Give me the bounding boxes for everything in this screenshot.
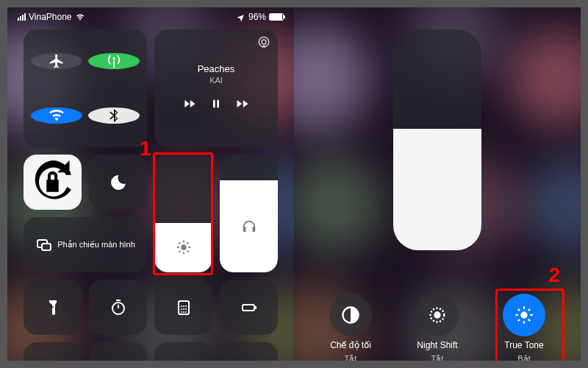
qr-scanner-button[interactable] — [154, 342, 212, 361]
sun-icon — [176, 239, 192, 255]
brightness-slider[interactable] — [154, 155, 212, 272]
now-playing-module[interactable]: Peaches KAI — [154, 29, 278, 147]
svg-point-18 — [183, 305, 184, 307]
callout-number-2: 2 — [548, 263, 560, 287]
svg-point-24 — [183, 311, 184, 313]
screen-record-button[interactable] — [89, 342, 147, 361]
calculator-button[interactable] — [154, 280, 212, 335]
svg-line-49 — [528, 309, 530, 311]
airplane-mode-toggle[interactable] — [31, 53, 82, 69]
svg-point-21 — [183, 308, 184, 310]
svg-line-9 — [179, 251, 180, 252]
calculator-icon — [175, 299, 193, 316]
svg-line-10 — [187, 243, 188, 244]
timer-icon — [110, 299, 127, 316]
svg-point-22 — [185, 308, 187, 310]
camera-button[interactable] — [24, 342, 82, 361]
moon-icon — [110, 174, 127, 191]
wifi-toggle[interactable] — [31, 107, 82, 124]
svg-point-19 — [185, 305, 187, 307]
battery-outline-icon — [240, 299, 258, 316]
svg-point-17 — [181, 305, 182, 307]
media-prev-button[interactable] — [182, 96, 197, 114]
bluetooth-icon — [106, 107, 122, 124]
rotation-lock-toggle[interactable] — [24, 155, 82, 210]
location-icon — [237, 13, 245, 21]
svg-point-23 — [181, 311, 182, 313]
svg-line-48 — [518, 319, 520, 321]
media-title: Peaches — [198, 63, 235, 74]
do-not-disturb-toggle[interactable] — [89, 155, 147, 210]
callout-number-1: 1 — [140, 137, 151, 160]
status-bar: VinaPhone 96% — [7, 7, 294, 24]
timer-button[interactable] — [89, 280, 147, 335]
airplane-icon — [49, 53, 65, 69]
night-shift-option[interactable]: Night Shift Tắt — [401, 294, 474, 361]
hearing-button[interactable] — [220, 342, 278, 361]
svg-point-25 — [185, 311, 187, 313]
true-tone-icon — [514, 305, 534, 325]
svg-point-41 — [520, 311, 527, 318]
svg-rect-12 — [42, 244, 51, 250]
svg-line-46 — [518, 309, 520, 311]
brightness-slider-expanded[interactable] — [393, 29, 481, 250]
dark-mode-option[interactable]: Chế độ tối Tắt — [314, 294, 387, 361]
screen-mirroring-label: Phản chiếu màn hình — [57, 240, 135, 250]
headphones-icon — [241, 219, 257, 235]
media-pause-button[interactable] — [210, 97, 222, 113]
svg-point-39 — [434, 311, 440, 318]
true-tone-option[interactable]: True Tone Bật — [487, 294, 561, 361]
connectivity-module[interactable] — [24, 29, 147, 147]
low-power-mode-button[interactable] — [220, 280, 278, 335]
svg-point-2 — [181, 245, 186, 250]
night-shift-icon — [427, 305, 448, 325]
svg-line-8 — [187, 251, 188, 252]
volume-slider[interactable] — [220, 155, 278, 272]
dark-mode-icon — [340, 305, 361, 325]
antenna-icon — [106, 53, 122, 69]
svg-line-7 — [179, 243, 180, 244]
airplay-icon — [257, 35, 270, 49]
rotation-lock-icon — [24, 153, 82, 211]
screen-mirroring-icon — [35, 236, 53, 254]
svg-rect-27 — [255, 306, 257, 309]
flashlight-button[interactable] — [24, 280, 82, 335]
battery-icon — [269, 13, 284, 21]
screen-mirroring-button[interactable]: Phản chiếu màn hình — [24, 217, 147, 272]
cellular-signal-icon — [18, 13, 26, 21]
svg-rect-26 — [243, 305, 254, 311]
media-artist: KAI — [209, 76, 223, 85]
brightness-fill — [393, 129, 481, 250]
brightness-detail-screenshot: Chế độ tối Tắt Night Shift Tắt True Tone… — [294, 7, 581, 361]
svg-point-20 — [181, 308, 182, 310]
wifi-icon — [49, 107, 65, 124]
flashlight-icon — [44, 299, 62, 316]
control-center-screenshot: VinaPhone 96% — [7, 7, 294, 361]
wifi-icon — [75, 13, 85, 21]
media-next-button[interactable] — [235, 96, 250, 114]
svg-line-47 — [528, 319, 530, 321]
svg-point-1 — [262, 40, 266, 44]
bluetooth-toggle[interactable] — [88, 107, 140, 124]
cellular-data-toggle[interactable] — [88, 53, 140, 69]
battery-percent: 96% — [248, 12, 266, 22]
carrier-label: VinaPhone — [29, 12, 72, 22]
